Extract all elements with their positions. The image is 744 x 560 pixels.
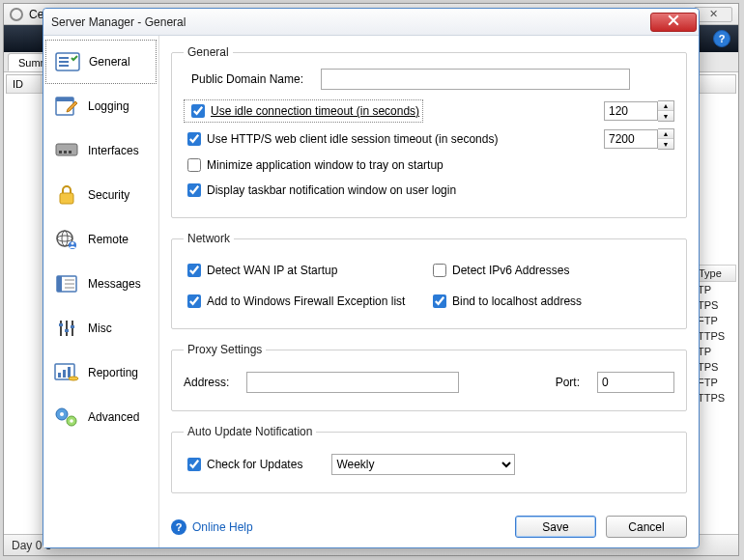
proxy-address-input[interactable] [246, 372, 459, 393]
taskbar-notify-check[interactable] [187, 183, 201, 197]
sidebar-item-label: Advanced [88, 410, 139, 424]
security-icon [53, 184, 80, 206]
sidebar-item-advanced[interactable]: Advanced [43, 395, 158, 439]
logging-icon [53, 96, 80, 117]
svg-point-13 [62, 231, 68, 246]
sidebar-item-label: Misc [88, 322, 112, 335]
detect-wan-checkbox[interactable]: Detect WAN IP at Startup [184, 261, 337, 280]
online-help-label: Online Help [192, 520, 253, 534]
help-icon: ? [171, 519, 186, 535]
close-button[interactable] [650, 13, 697, 32]
sidebar-item-label: Reporting [88, 366, 138, 379]
update-group: Auto Update Notification Check for Updat… [171, 425, 687, 493]
proxy-address-label: Address: [184, 376, 229, 389]
parent-type-column: Type TP TPS FTP TTPS TP TPS FTP TTPS [694, 265, 736, 406]
svg-rect-24 [59, 323, 63, 326]
sidebar-item-label: Messages [88, 277, 141, 291]
svg-point-31 [69, 377, 78, 380]
bind-localhost-label: Bind to localhost address [452, 294, 582, 308]
svg-point-12 [57, 236, 72, 241]
http-timeout-spinner[interactable]: ▲▼ [604, 128, 674, 150]
minimize-tray-checkbox[interactable]: Minimize application window to tray on s… [184, 155, 444, 175]
close-icon [668, 14, 679, 29]
sidebar-item-reporting[interactable]: Reporting [43, 350, 158, 395]
firewall-check[interactable] [187, 294, 201, 308]
spin-down-button[interactable]: ▼ [658, 111, 673, 121]
sidebar-item-interfaces[interactable]: Interfaces [43, 128, 158, 173]
http-timeout-value[interactable] [604, 129, 658, 149]
check-updates-label: Check for Updates [207, 458, 302, 471]
type-cell: FTP [694, 375, 736, 390]
check-updates-checkbox[interactable]: Check for Updates [184, 455, 302, 474]
column-header-type[interactable]: Type [694, 265, 736, 282]
sidebar-item-security[interactable]: Security [43, 173, 158, 217]
svg-rect-29 [63, 370, 66, 378]
category-sidebar: General Logging Interfaces Security Remo… [43, 36, 159, 547]
general-legend: General [184, 45, 233, 59]
idle-timeout-value[interactable] [604, 101, 658, 121]
svg-rect-10 [60, 193, 73, 204]
detect-ipv6-check[interactable] [433, 264, 446, 277]
sidebar-item-label: Interfaces [88, 144, 139, 157]
type-cell: TP [694, 344, 736, 359]
spin-up-button[interactable]: ▲ [658, 129, 673, 139]
firewall-label: Add to Windows Firewall Exception list [207, 294, 405, 308]
sidebar-item-label: Remote [88, 233, 129, 246]
network-group: Network Detect WAN IP at Startup Detect … [171, 232, 687, 329]
svg-point-15 [71, 241, 73, 244]
online-help-link[interactable]: ? Online Help [171, 519, 253, 535]
http-timeout-label: Use HTTP/S web client idle session timeo… [207, 132, 498, 146]
cancel-button[interactable]: Cancel [606, 516, 687, 538]
sidebar-item-logging[interactable]: Logging [43, 84, 158, 128]
update-frequency-select[interactable]: Weekly [331, 454, 515, 475]
messages-icon [53, 273, 80, 294]
proxy-group: Proxy Settings Address: Port: [171, 343, 687, 411]
check-updates-check[interactable] [187, 458, 201, 471]
svg-rect-26 [71, 325, 74, 328]
bind-localhost-check[interactable] [433, 294, 446, 308]
spin-down-button[interactable]: ▼ [658, 139, 673, 149]
svg-rect-6 [56, 144, 77, 155]
column-header-id[interactable]: ID [7, 75, 42, 93]
advanced-icon [53, 406, 80, 428]
sidebar-item-misc[interactable]: Misc [43, 306, 158, 350]
type-cell: TTPS [694, 328, 736, 344]
detect-ipv6-checkbox[interactable]: Detect IPv6 Addresses [429, 261, 569, 280]
svg-rect-28 [58, 373, 61, 378]
svg-point-33 [60, 412, 64, 416]
svg-rect-30 [68, 367, 71, 378]
svg-rect-9 [69, 151, 72, 154]
svg-rect-8 [64, 151, 67, 154]
sidebar-item-messages[interactable]: Messages [43, 262, 158, 306]
dialog-title: Server Manager - General [51, 15, 186, 29]
help-icon[interactable]: ? [713, 30, 730, 47]
idle-timeout-spinner[interactable]: ▲▼ [604, 100, 674, 122]
type-cell: TPS [694, 359, 736, 375]
sidebar-item-label: Security [88, 188, 129, 202]
idle-timeout-check[interactable] [191, 104, 205, 118]
remote-icon [53, 229, 80, 250]
sidebar-item-remote[interactable]: Remote [43, 217, 158, 262]
idle-timeout-checkbox[interactable]: Use idle connection timeout (in seconds) [184, 99, 423, 123]
proxy-legend: Proxy Settings [184, 343, 266, 356]
public-domain-input[interactable] [321, 69, 630, 90]
misc-icon [53, 318, 80, 339]
spin-up-button[interactable]: ▲ [658, 101, 673, 111]
sidebar-item-general[interactable]: General [45, 40, 157, 84]
http-timeout-checkbox[interactable]: Use HTTP/S web client idle session timeo… [184, 129, 498, 149]
taskbar-notify-checkbox[interactable]: Display taskbar notification window on u… [184, 181, 456, 200]
server-manager-dialog: Server Manager - General General Logging… [43, 8, 700, 548]
firewall-checkbox[interactable]: Add to Windows Firewall Exception list [184, 292, 405, 311]
minimize-tray-check[interactable] [187, 158, 201, 172]
save-button[interactable]: Save [515, 516, 596, 538]
sidebar-item-label: Logging [88, 99, 129, 113]
http-timeout-check[interactable] [187, 132, 201, 146]
parent-close-button[interactable]: ✕ [694, 7, 732, 22]
proxy-port-input[interactable] [597, 372, 674, 393]
bind-localhost-checkbox[interactable]: Bind to localhost address [429, 292, 582, 311]
svg-rect-7 [59, 151, 62, 154]
interfaces-icon [53, 140, 80, 161]
update-legend: Auto Update Notification [184, 425, 316, 438]
dialog-titlebar[interactable]: Server Manager - General [43, 9, 699, 36]
detect-wan-check[interactable] [187, 264, 201, 277]
